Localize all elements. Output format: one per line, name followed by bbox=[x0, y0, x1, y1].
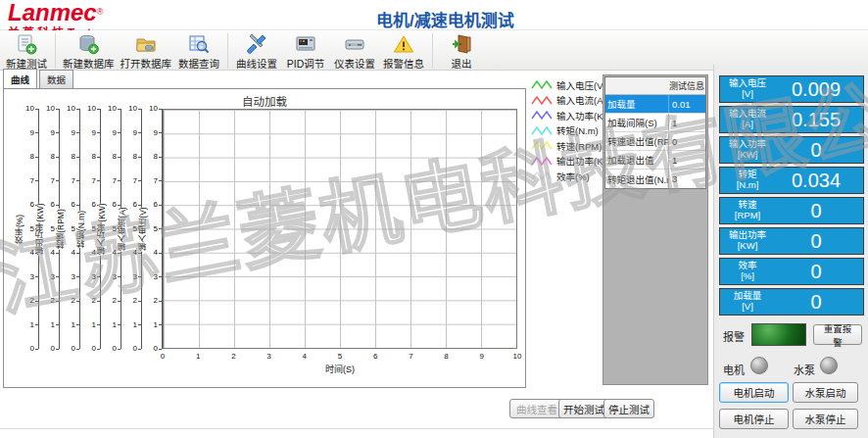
x-tick: 9 bbox=[480, 352, 484, 361]
motor-stop-button[interactable]: 电机停止 bbox=[719, 409, 789, 429]
data-query-icon bbox=[188, 33, 210, 55]
legend-label: 转速(RPM) bbox=[556, 139, 602, 153]
y-axis-name: 转速(RPM) bbox=[57, 209, 66, 250]
line-swatch-icon bbox=[531, 156, 553, 167]
exit-icon bbox=[451, 33, 472, 55]
toolbar-data-query[interactable]: 数据查询 bbox=[174, 32, 223, 72]
toolbar-curve-settings[interactable]: 曲线设置 bbox=[232, 32, 281, 72]
tab-strip: 曲线 数据 bbox=[3, 73, 75, 88]
bottom-divider bbox=[0, 428, 713, 429]
toolbar-new-test[interactable]: 新建测试 bbox=[2, 32, 51, 72]
measure-unit: [KW] bbox=[720, 150, 775, 161]
toolbar-meter-settings[interactable]: 仪表设置 bbox=[330, 32, 379, 72]
line-swatch-icon bbox=[531, 125, 553, 136]
plot-area[interactable] bbox=[163, 109, 517, 349]
y-axis-name: 效率(%) bbox=[16, 214, 24, 243]
x-axis-ticks: 012345678910 bbox=[163, 352, 517, 362]
table-row[interactable]: 加载间隔(S) 1 bbox=[605, 114, 705, 132]
toolbar-pid[interactable]: PID调节 bbox=[281, 32, 330, 72]
line-swatch-icon bbox=[531, 140, 553, 151]
pid-icon bbox=[295, 33, 316, 55]
new-database-icon bbox=[77, 33, 99, 55]
row-value: 1 bbox=[668, 151, 705, 169]
toolbar-label: PID调节 bbox=[287, 56, 325, 71]
measure-unit: [A] bbox=[720, 120, 775, 130]
y-axis: 109876543210输入电压(V) bbox=[142, 109, 163, 349]
measure-speed: 转速[RPM] 0 bbox=[719, 197, 864, 224]
measure-unit: [%] bbox=[720, 271, 775, 282]
header-title: 测试信息 bbox=[668, 79, 705, 92]
toolbar-label: 退出 bbox=[452, 56, 472, 71]
row-name: 加载量 bbox=[605, 97, 668, 111]
toolbar-new-database[interactable]: 新建数据库 bbox=[60, 32, 118, 72]
x-tick: 6 bbox=[373, 352, 377, 361]
measure-value: 0 bbox=[775, 140, 863, 160]
measure-value: 0.034 bbox=[775, 170, 863, 190]
logo-text: Lanmec bbox=[8, 0, 97, 25]
table-row[interactable]: 转矩退出值(N.m) 3 bbox=[605, 170, 705, 188]
y-axis-name: 输入电压(V) bbox=[139, 207, 148, 251]
table-row[interactable]: 加载退出值 1 bbox=[605, 151, 705, 170]
toolbar-label: 曲线设置 bbox=[236, 56, 277, 71]
toolbar-label: 仪表设置 bbox=[334, 56, 375, 71]
tab-curve[interactable]: 曲线 bbox=[3, 69, 37, 88]
chart-title: 自动加载 bbox=[4, 93, 525, 109]
table-row[interactable]: 转速退出值(RPM) 0 bbox=[605, 132, 705, 151]
motor-label: 电机 bbox=[723, 362, 745, 377]
curve-view-button[interactable]: 曲线查看 bbox=[509, 399, 564, 418]
motor-led bbox=[750, 357, 768, 374]
pump-start-button[interactable]: 水泵启动 bbox=[793, 382, 858, 403]
alarm-info-icon bbox=[393, 33, 414, 55]
measure-unit: [V] bbox=[720, 302, 775, 313]
toolbar-alarm-info[interactable]: 报警信息 bbox=[379, 32, 428, 72]
row-name: 加载间隔(S) bbox=[605, 116, 668, 129]
measure-unit: [V] bbox=[720, 89, 775, 100]
new-test-icon bbox=[16, 33, 37, 55]
measurement-panel: 输入电压[V] 0.009 输入电流[A] 0.155 输入功率[KW] 0 转… bbox=[713, 65, 868, 438]
measure-value: 0.009 bbox=[775, 79, 863, 99]
tab-data[interactable]: 数据 bbox=[39, 70, 73, 88]
legend-label: 转矩(N.m) bbox=[556, 123, 599, 137]
y-axis-name: 输入电流(A) bbox=[119, 207, 127, 251]
x-tick: 0 bbox=[161, 352, 165, 361]
test-info-table: 测试信息 加载量 0.01 加载间隔(S) 1 转速退出值(RPM) 0 加载退… bbox=[604, 76, 706, 189]
row-name: 加载退出值 bbox=[605, 153, 668, 167]
meter-settings-icon bbox=[344, 33, 365, 55]
app-window: Lanmec® 兰菱科技Test 电机/减速电机测试 版权所有：江苏兰菱机电有限… bbox=[0, 0, 868, 438]
measure-output-power: 输出功率[KW] 0 bbox=[719, 227, 864, 255]
line-swatch-icon bbox=[531, 95, 553, 106]
reset-alarm-button[interactable]: 重置报警 bbox=[813, 324, 862, 345]
pump-stop-button[interactable]: 水泵停止 bbox=[793, 409, 858, 429]
registered-mark: ® bbox=[97, 7, 104, 17]
alarm-label: 报警 bbox=[723, 328, 745, 344]
toolbar-label: 打开数据库 bbox=[121, 56, 172, 71]
measure-load: 加载量[V] 0 bbox=[719, 288, 864, 316]
measure-unit: [KW] bbox=[720, 241, 775, 252]
measure-efficiency: 效率[%] 0 bbox=[719, 258, 864, 285]
x-tick: 5 bbox=[338, 352, 342, 361]
toolbar-separator bbox=[432, 33, 433, 69]
pump-led bbox=[820, 357, 838, 374]
start-test-button[interactable]: 开始测试 bbox=[558, 399, 609, 418]
measure-unit: [N.m] bbox=[720, 180, 775, 191]
table-row[interactable]: 加载量 0.01 bbox=[605, 95, 705, 114]
chart-panel: 自动加载 109876543210效率(%)109876543210输出功率(K… bbox=[3, 88, 526, 388]
toolbar-separator bbox=[55, 33, 56, 69]
legend-label: 输入电压(V) bbox=[556, 78, 606, 92]
pump-label: 水泵 bbox=[794, 362, 815, 377]
page-title: 电机/减速电机测试 bbox=[376, 7, 514, 31]
line-swatch-icon bbox=[531, 110, 553, 121]
x-tick: 1 bbox=[196, 352, 200, 361]
toolbar-exit[interactable]: 退出 bbox=[437, 32, 486, 72]
alarm-indicator bbox=[751, 323, 806, 346]
toolbar-open-database[interactable]: 打开数据库 bbox=[118, 32, 175, 72]
measure-input-voltage: 输入电压[V] 0.009 bbox=[719, 75, 864, 103]
measure-input-current: 输入电流[A] 0.155 bbox=[719, 106, 864, 133]
stop-test-button[interactable]: 停止测试 bbox=[603, 399, 654, 418]
measure-input-power: 输入功率[KW] 0 bbox=[719, 136, 864, 164]
legend-label: 输入电流(A) bbox=[556, 93, 606, 107]
legend-label: 效率(%) bbox=[556, 170, 590, 183]
x-tick: 10 bbox=[513, 352, 522, 361]
motor-start-button[interactable]: 电机启动 bbox=[719, 382, 789, 403]
x-tick: 3 bbox=[266, 352, 270, 361]
